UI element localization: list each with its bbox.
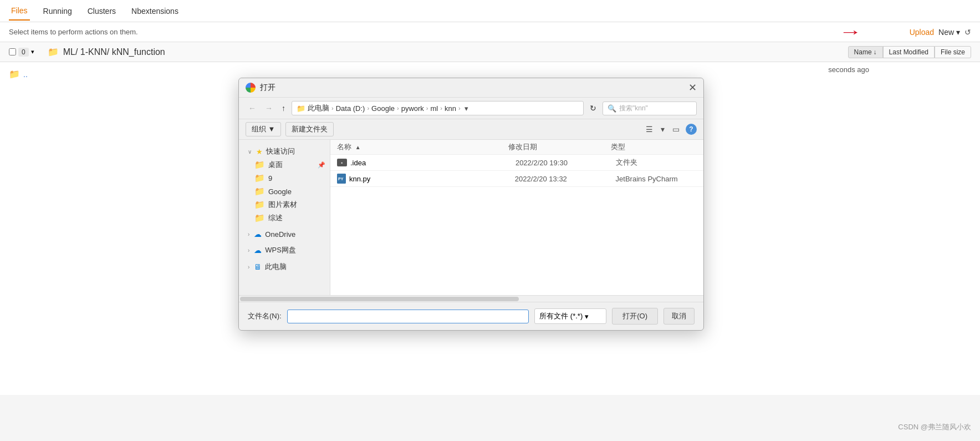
view-dropdown-button[interactable]: ▾ (659, 123, 666, 135)
col-header-name[interactable]: 名称 ▲ (337, 142, 508, 152)
chrome-logo-icon (246, 83, 256, 93)
select-all-checkbox[interactable] (9, 48, 16, 55)
nav-item-clusters[interactable]: Clusters (85, 2, 118, 20)
toolbar: Select items to perform actions on them.… (0, 22, 980, 42)
sidebar-section-this-pc: › 🖥 此电脑 (239, 258, 330, 275)
sidebar-item-desktop[interactable]: 📁 桌面 📌 (239, 158, 330, 171)
dialog-titlebar: 打开 ✕ (239, 78, 703, 98)
dropdown-arrow-icon[interactable]: ▾ (31, 48, 34, 55)
sidebar-item-this-pc[interactable]: › 🖥 此电脑 (239, 260, 330, 273)
new-button[interactable]: New ▾ (938, 28, 960, 37)
dialog-close-button[interactable]: ✕ (688, 83, 697, 93)
breadcrumb-path: ML/ 1-KNN/ kNN_function (63, 47, 165, 57)
file-row-idea[interactable]: ▪ .idea 2022/2/20 19:30 文件夹 (330, 155, 703, 171)
dialog-forward-button[interactable]: → (262, 103, 275, 114)
chevron-right-icon: › (248, 231, 249, 237)
path-segment-knn: knn (445, 104, 456, 113)
col-header-type[interactable]: 类型 (611, 142, 697, 152)
pin-icon: 📌 (318, 161, 325, 169)
folder-icon-google: 📁 (254, 186, 265, 196)
nav-item-running[interactable]: Running (41, 2, 74, 20)
sidebar-item-images[interactable]: 📁 图片素材 (239, 198, 330, 211)
file-name-knn: knn.py (349, 175, 512, 183)
wps-label: WPS网盘 (265, 245, 296, 255)
filetype-label: 所有文件 (*.*) (539, 311, 583, 321)
file-date-knn: 2022/2/20 13:32 (515, 175, 612, 183)
organize-button[interactable]: 组织 ▼ (246, 122, 281, 136)
breadcrumb-area: 0 ▾ 📁 ML/ 1-KNN/ kNN_function (9, 47, 848, 57)
dialog-cancel-button[interactable]: 取消 (663, 308, 695, 325)
dialog-help-button[interactable]: ? (686, 124, 697, 135)
dialog-actions-bar: 组织 ▼ 新建文件夹 ☰ ▾ ▭ ? (239, 119, 703, 140)
upload-button[interactable]: Upload (910, 28, 934, 37)
file-name-idea: .idea (350, 159, 512, 167)
dialog-up-button[interactable]: ↑ (279, 103, 288, 114)
search-icon: 🔍 (608, 104, 616, 113)
dialog-title-area: 打开 (246, 83, 275, 93)
filetype-select[interactable]: 所有文件 (*.*) ▾ (534, 308, 606, 324)
sort-by-name-button[interactable]: Name ↓ (848, 46, 883, 58)
sidebar-item-summary[interactable]: 📁 综述 (239, 211, 330, 225)
file-row-knn-py[interactable]: PY knn.py 2022/2/20 13:32 JetBrains PyCh… (330, 171, 703, 187)
dialog-nav-toolbar: ← → ↑ 📁 此电脑 › Data (D:) › Google › pywor… (239, 98, 703, 119)
dialog-path-bar: 📁 此电脑 › Data (D:) › Google › pywork › ml… (292, 101, 584, 115)
path-segment-data: Data (D:) (336, 104, 365, 113)
sidebar-item-9[interactable]: 📁 9 (239, 171, 330, 185)
parent-folder-icon: 📁 (9, 69, 20, 79)
sidebar-section-wps: › ☁ WPS网盘 (239, 242, 330, 258)
toolbar-right: Upload New ▾ ↺ (910, 28, 971, 37)
onedrive-icon: ☁ (254, 230, 262, 239)
folder-icon-summary: 📁 (254, 213, 265, 223)
this-pc-icon: 🖥 (254, 262, 262, 271)
file-open-dialog: 打开 ✕ ← → ↑ 📁 此电脑 › Data (D:) › Google › … (238, 78, 704, 331)
sidebar-item-quick-access[interactable]: ∨ ★ 快速访问 (239, 145, 330, 158)
folder-icon-images: 📁 (254, 200, 265, 210)
horizontal-scrollbar[interactable] (239, 295, 703, 302)
google-label: Google (268, 187, 292, 196)
sort-buttons: Name ↓ Last Modified File size (848, 46, 971, 58)
sidebar-item-google[interactable]: 📁 Google (239, 185, 330, 198)
sidebar-section-quick-access: ∨ ★ 快速访问 📁 桌面 📌 📁 9 📁 Google (239, 143, 330, 226)
filename-input[interactable] (287, 310, 529, 323)
last-modified-time: seconds ago (828, 65, 869, 74)
dialog-back-button[interactable]: ← (246, 103, 259, 114)
sidebar-item-wps[interactable]: › ☁ WPS网盘 (239, 244, 330, 257)
file-list-column-headers: 名称 ▲ 修改日期 类型 (330, 140, 703, 155)
sidebar-section-onedrive: › ☁ OneDrive (239, 226, 330, 242)
nav-item-nbextensions[interactable]: Nbextensions (129, 2, 181, 20)
images-label: 图片素材 (268, 200, 297, 210)
path-segment-google: Google (371, 104, 395, 113)
dialog-refresh-button[interactable]: ↻ (587, 103, 599, 114)
view-preview-button[interactable]: ▭ (671, 123, 681, 135)
file-list-header-row: 0 ▾ 📁 ML/ 1-KNN/ kNN_function Name ↓ Las… (0, 42, 980, 62)
sort-by-file-size-button[interactable]: File size (935, 46, 971, 58)
folder-icon: 📁 (48, 47, 59, 57)
onedrive-label: OneDrive (265, 230, 295, 239)
dialog-search-box: 🔍 搜索"knn" (603, 102, 697, 115)
dialog-file-list-panel: 名称 ▲ 修改日期 类型 ▪ .idea 2022/2/20 19:30 文件夹 (330, 140, 703, 295)
star-icon: ★ (256, 148, 263, 156)
dialog-open-button[interactable]: 打开(O) (612, 308, 658, 325)
view-details-button[interactable]: ☰ (644, 123, 655, 135)
dialog-body: ∨ ★ 快速访问 📁 桌面 📌 📁 9 📁 Google (239, 140, 703, 295)
nav-item-files[interactable]: Files (9, 2, 30, 21)
folder-9-label: 9 (268, 174, 272, 183)
quick-access-label: 快速访问 (266, 146, 295, 156)
chevron-right-icon-pc: › (248, 264, 249, 270)
sidebar-item-onedrive[interactable]: › ☁ OneDrive (239, 228, 330, 240)
chevron-right-icon-wps: › (248, 247, 249, 254)
sort-by-last-modified-button[interactable]: Last Modified (883, 46, 935, 58)
refresh-icon[interactable]: ↺ (964, 28, 971, 37)
file-date-idea: 2022/2/20 19:30 (515, 159, 612, 167)
dialog-footer: 文件名(N): 所有文件 (*.*) ▾ 打开(O) 取消 (239, 302, 703, 330)
new-folder-button[interactable]: 新建文件夹 (285, 122, 334, 136)
search-placeholder-text: 搜索"knn" (619, 104, 648, 113)
path-dropdown-button[interactable]: ▾ (463, 104, 470, 113)
col-header-date[interactable]: 修改日期 (508, 142, 611, 152)
top-nav: Files Running Clusters Nbextensions (0, 0, 980, 22)
path-segment-this-pc: 此电脑 (308, 103, 329, 113)
path-segment-pywork: pywork (401, 104, 424, 113)
folder-icon-idea: ▪ (337, 159, 347, 166)
dialog-title-text: 打开 (260, 83, 275, 93)
checkbox-area: 0 ▾ (9, 48, 34, 57)
